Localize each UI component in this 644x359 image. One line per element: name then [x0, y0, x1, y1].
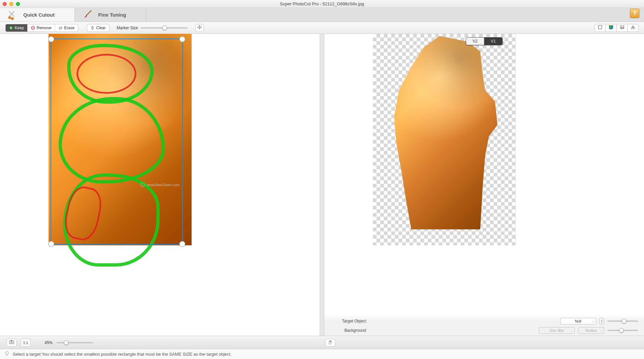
svg-point-1 [11, 17, 14, 20]
export-button[interactable] [627, 24, 639, 32]
view-buttons [595, 24, 639, 32]
move-tool-button[interactable] [195, 24, 204, 32]
svg-rect-5 [598, 26, 602, 29]
tab-fine-label: Fine Tuning [98, 12, 126, 18]
svg-rect-6 [609, 25, 613, 29]
workspace: ☺www.MacDown.com V2 V1 Target Object: Nu… [0, 34, 644, 336]
zoom-window-button[interactable] [16, 2, 20, 6]
svg-rect-4 [59, 27, 62, 29]
paintbrush-icon [81, 9, 93, 21]
target-object-slider[interactable] [607, 320, 638, 322]
export-icon [631, 25, 635, 31]
svg-point-13 [6, 352, 9, 355]
actual-size-button[interactable]: 1:1 [21, 339, 31, 347]
svg-rect-10 [10, 341, 14, 344]
help-icon[interactable]: ? [630, 9, 639, 18]
snapshot-button[interactable] [7, 339, 17, 347]
erase-button[interactable]: Erase [55, 24, 78, 32]
mode-tabs: Quick Cutout Fine Tuning [0, 8, 644, 22]
svg-point-8 [621, 27, 622, 27]
clear-label: Clear [96, 26, 106, 30]
marker-size-label: Marker Size [117, 26, 138, 30]
version-toggle: V2 V1 [466, 37, 503, 45]
background-select[interactable]: Disc Blur⌄ [539, 327, 575, 334]
zoom-bar: 1:1 45% [0, 336, 644, 349]
titlebar: Super PhotoCut Pro - 52112_G698zS8x.jpg [0, 0, 644, 8]
window-title: Super PhotoCut Pro - 52112_G698zS8x.jpg [280, 1, 364, 6]
color-bg-button[interactable] [605, 24, 617, 32]
status-tip: Select a target:You should select the sm… [13, 352, 232, 357]
target-object-label: Target Object: [330, 319, 367, 323]
result-panel[interactable]: V2 V1 Target Object: Null⌄ ▲▼ Background… [324, 34, 644, 336]
radius-slider[interactable] [607, 330, 638, 331]
zoom-slider[interactable] [57, 342, 93, 343]
svg-point-11 [11, 341, 13, 343]
trash-icon [90, 26, 94, 30]
erase-label: Erase [64, 26, 75, 30]
radius-select[interactable]: Radius⌄ [578, 327, 604, 334]
source-panel[interactable]: ☺www.MacDown.com [0, 34, 320, 336]
camera-icon [9, 340, 14, 345]
keep-label: Keep [15, 26, 24, 30]
target-object-select[interactable]: Null⌄ [560, 318, 596, 324]
move-icon [197, 25, 202, 31]
tab-quick-cutout[interactable]: Quick Cutout [0, 8, 75, 22]
minus-icon [31, 26, 35, 30]
background-label: Background: [330, 328, 367, 333]
selection-handle-br[interactable] [179, 241, 185, 247]
clear-button[interactable]: Clear [87, 24, 109, 32]
target-object-stepper[interactable]: ▲▼ [599, 318, 604, 324]
zoom-percent-label: 45% [45, 340, 53, 345]
scissors-icon [7, 9, 19, 21]
status-bar: Select a target:You should select the sm… [0, 349, 644, 359]
color-swatch-icon [609, 25, 613, 31]
keep-button[interactable]: Keep [6, 24, 28, 32]
image-icon [620, 25, 624, 31]
version-v1-button[interactable]: V1 [484, 38, 503, 45]
result-controls: Target Object: Null⌄ ▲▼ Background: Disc… [324, 314, 644, 336]
selection-handle-bl[interactable] [48, 241, 54, 247]
lightbulb-icon [5, 351, 9, 357]
pan-tool-button[interactable] [325, 339, 335, 347]
remove-button[interactable]: Remove [28, 24, 55, 32]
one-to-one-label: 1:1 [23, 341, 28, 345]
eraser-icon [59, 26, 63, 30]
marker-mode-group: Keep Remove Erase [5, 24, 78, 32]
plus-icon [9, 26, 13, 30]
image-bg-button[interactable] [616, 24, 628, 32]
toolbar: Keep Remove Erase Clear Marker Size [0, 22, 644, 34]
tab-quick-label: Quick Cutout [23, 12, 55, 18]
hand-icon [328, 340, 333, 345]
marker-size-slider[interactable] [141, 27, 187, 29]
clear-group: Clear [87, 24, 109, 32]
panel-divider[interactable] [320, 34, 324, 336]
window-controls [3, 2, 20, 6]
close-window-button[interactable] [3, 2, 7, 6]
minimize-window-button[interactable] [9, 2, 13, 6]
selection-rectangle[interactable] [51, 39, 183, 245]
remove-label: Remove [37, 26, 52, 30]
selection-handle-tl[interactable] [48, 36, 54, 42]
version-v2-button[interactable]: V2 [466, 38, 484, 45]
tab-fine-tuning[interactable]: Fine Tuning [75, 8, 146, 22]
fit-view-button[interactable] [594, 24, 606, 32]
svg-point-0 [8, 16, 11, 19]
selection-handle-tr[interactable] [179, 36, 185, 42]
svg-rect-12 [11, 340, 12, 341]
fit-icon [598, 25, 602, 31]
